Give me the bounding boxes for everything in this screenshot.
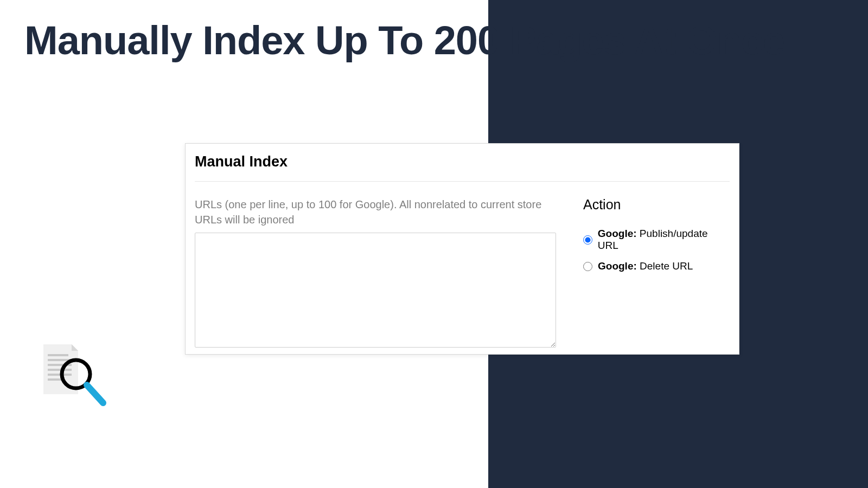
radio-text: Delete URL <box>637 260 693 272</box>
panel-title: Manual Index <box>195 153 730 181</box>
svg-rect-0 <box>48 354 68 356</box>
svg-line-7 <box>87 385 103 403</box>
urls-textarea[interactable] <box>195 233 556 348</box>
panel-divider <box>195 181 730 182</box>
panel-body: URLs (one per line, up to 100 for Google… <box>195 197 730 350</box>
radio-google-publish[interactable]: Google: Publish/update URL <box>583 228 730 252</box>
action-column: Action Google: Publish/update URL Google… <box>583 197 730 350</box>
radio-google-publish-input[interactable] <box>583 235 592 245</box>
radio-brand: Google: <box>598 228 637 239</box>
svg-rect-4 <box>48 374 72 376</box>
radio-label: Google: Publish/update URL <box>598 228 730 252</box>
action-heading: Action <box>583 197 730 213</box>
radio-google-delete[interactable]: Google: Delete URL <box>583 260 730 272</box>
urls-column: URLs (one per line, up to 100 for Google… <box>195 197 556 350</box>
manual-index-panel: Manual Index URLs (one per line, up to 1… <box>185 143 739 355</box>
radio-google-delete-input[interactable] <box>583 262 592 271</box>
document-search-icon <box>39 344 110 415</box>
radio-brand: Google: <box>598 260 637 272</box>
page-headline: Manually Index Up To 200 Pages At Once <box>24 16 784 65</box>
svg-rect-3 <box>48 369 72 371</box>
radio-label: Google: Delete URL <box>598 260 693 272</box>
helper-text: URLs (one per line, up to 100 for Google… <box>195 197 556 227</box>
